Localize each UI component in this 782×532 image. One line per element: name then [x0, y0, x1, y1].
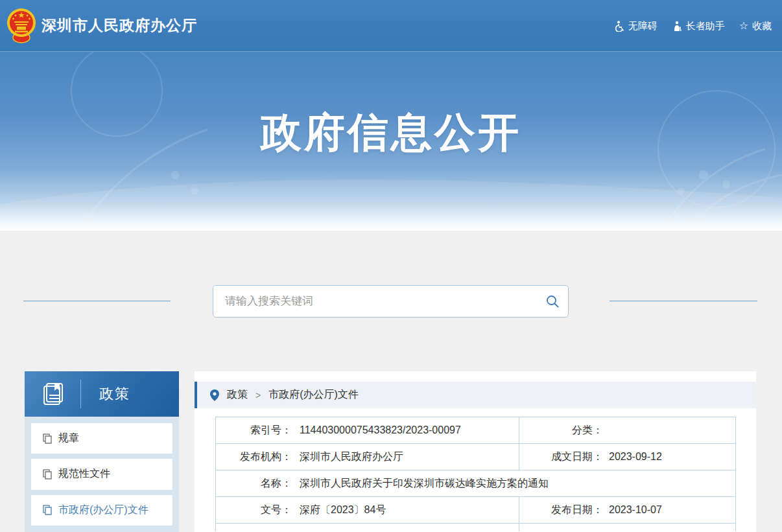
- written-date-label: 成文日期：: [519, 450, 603, 464]
- elder-assistant-label: 长者助手: [686, 20, 725, 32]
- accessibility-label: 无障碍: [628, 20, 658, 32]
- issuing-agency-label: 发布机构：: [216, 450, 292, 464]
- search-input[interactable]: [213, 286, 537, 317]
- favorite-label: 收藏: [752, 20, 772, 32]
- breadcrumb-separator: >: [255, 390, 261, 400]
- wheelchair-icon: [614, 21, 624, 32]
- table-row: [216, 524, 736, 531]
- breadcrumb-item-current[interactable]: 市政府(办公厅)文件: [268, 388, 359, 402]
- sidebar-item-municipal-government-documents[interactable]: 市政府(办公厅)文件: [31, 495, 172, 526]
- page-title: 政府信息公开: [0, 105, 782, 161]
- breadcrumb: 政策 > 市政府(办公厅)文件: [195, 382, 756, 408]
- search-button[interactable]: [537, 286, 568, 317]
- sidebar-menu: 规章 规范性文件 市政府(办公厅)文件: [25, 417, 179, 532]
- search-box: [213, 285, 569, 318]
- written-date-cell: 成文日期： 2023-09-12: [519, 444, 736, 470]
- search-left-divider: [23, 301, 171, 301]
- sidebar-header-divider: [80, 380, 81, 408]
- book-icon: [40, 381, 66, 407]
- sidebar-item-label: 规范性文件: [58, 467, 110, 481]
- search-icon: [546, 295, 559, 308]
- breadcrumb-item-policy[interactable]: 政策: [227, 388, 248, 402]
- elder-person-icon: [672, 21, 682, 32]
- next-row-partial-cell: [519, 524, 736, 531]
- document-number-cell: 文号： 深府〔2023〕84号: [216, 497, 519, 524]
- sidebar-item-regulations[interactable]: 规章: [31, 423, 172, 454]
- favorite-link[interactable]: ☆ 收藏: [739, 20, 772, 32]
- document-number-label: 文号：: [216, 503, 292, 517]
- next-row-partial-cell: [216, 524, 519, 531]
- document-metadata-table: 索引号： 114403000075433823/2023-00097 分类： 发…: [215, 417, 736, 531]
- search-right-divider: [610, 301, 757, 301]
- table-row: 名称： 深圳市人民政府关于印发深圳市碳达峰实施方案的通知: [216, 470, 736, 497]
- index-number-cell: 索引号： 114403000075433823/2023-00097: [216, 417, 519, 444]
- document-icon: [43, 469, 53, 480]
- policy-sidebar: 政策 规章 规范性文件 市政府(办公厅)文件: [25, 371, 179, 532]
- top-header-bar: 深圳市人民政府办公厅 无障碍 长者助手 ☆ 收藏: [0, 0, 782, 52]
- sidebar-item-normative-documents[interactable]: 规范性文件: [31, 459, 172, 489]
- category-cell: 分类：: [519, 417, 736, 444]
- table-row: 文号： 深府〔2023〕84号 发布日期： 2023-10-07: [216, 497, 736, 524]
- table-row: 发布机构： 深圳市人民政府办公厅 成文日期： 2023-09-12: [216, 444, 736, 470]
- document-icon: [43, 434, 53, 444]
- issuing-agency-value: 深圳市人民政府办公厅: [300, 450, 403, 464]
- document-name-label: 名称：: [216, 477, 292, 491]
- topbar-utility-links: 无障碍 长者助手 ☆ 收藏: [614, 0, 772, 52]
- publish-date-cell: 发布日期： 2023-10-07: [519, 497, 736, 524]
- document-number-value: 深府〔2023〕84号: [300, 503, 386, 517]
- page-banner: 政府信息公开: [0, 52, 782, 231]
- sidebar-item-label: 规章: [58, 432, 79, 445]
- written-date-value: 2023-09-12: [609, 451, 662, 463]
- main-content-panel: 政策 > 市政府(办公厅)文件 索引号： 114403000075433823/…: [195, 371, 756, 532]
- site-title: 深圳市人民政府办公厅: [41, 16, 197, 36]
- star-icon: ☆: [739, 21, 748, 31]
- document-name-value: 深圳市人民政府关于印发深圳市碳达峰实施方案的通知: [300, 477, 549, 491]
- elder-assistant-link[interactable]: 长者助手: [672, 20, 725, 32]
- location-pin-icon: [210, 389, 219, 401]
- accessibility-link[interactable]: 无障碍: [614, 20, 658, 32]
- index-number-value: 114403000075433823/2023-00097: [300, 424, 461, 436]
- national-emblem-logo: [6, 8, 36, 44]
- sidebar-title: 政策: [99, 384, 130, 404]
- sidebar-header: 政策: [25, 371, 179, 417]
- publish-date-label: 发布日期：: [519, 503, 603, 517]
- category-label: 分类：: [519, 424, 603, 437]
- sidebar-item-label: 市政府(办公厅)文件: [58, 503, 148, 517]
- publish-date-value: 2023-10-07: [609, 504, 662, 516]
- issuing-agency-cell: 发布机构： 深圳市人民政府办公厅: [216, 444, 519, 470]
- index-number-label: 索引号：: [216, 424, 292, 437]
- document-name-cell: 名称： 深圳市人民政府关于印发深圳市碳达峰实施方案的通知: [216, 470, 736, 497]
- document-icon: [43, 505, 53, 515]
- table-row: 索引号： 114403000075433823/2023-00097 分类：: [216, 417, 736, 444]
